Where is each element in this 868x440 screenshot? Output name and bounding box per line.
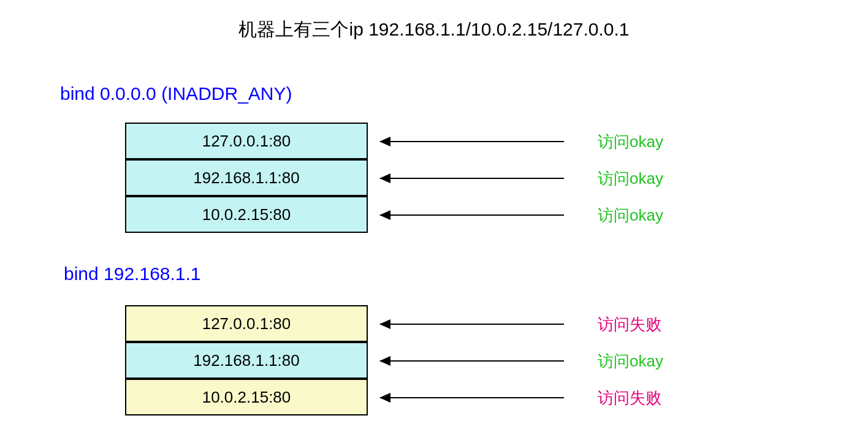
section2-row-0-addr: 127.0.0.1:80 [202, 314, 291, 333]
section1-row-2-box: 10.0.2.15:80 [125, 196, 368, 233]
section2-row-1-box: 192.168.1.1:80 [125, 342, 368, 379]
section1-row-1-addr: 192.168.1.1:80 [193, 169, 300, 188]
section1-row-0-box: 127.0.0.1:80 [125, 123, 368, 159]
arrow-icon [380, 214, 564, 216]
section2-row-2-status: 访问失败 [598, 387, 661, 409]
section1-row-0-addr: 127.0.0.1:80 [202, 132, 291, 151]
arrow-icon [380, 178, 564, 179]
arrow-icon [380, 141, 564, 142]
arrow-icon [380, 360, 564, 362]
arrow-icon [380, 324, 564, 325]
section2-row-1-status: 访问okay [598, 351, 663, 372]
section2-heading: bind 192.168.1.1 [64, 264, 201, 284]
section2-row-1-addr: 192.168.1.1:80 [193, 351, 300, 370]
section2-row-2-box: 10.0.2.15:80 [125, 379, 368, 415]
section2-row-2-addr: 10.0.2.15:80 [202, 388, 291, 407]
section2-row-0-box: 127.0.0.1:80 [125, 305, 368, 342]
page-title: 机器上有三个ip 192.168.1.1/10.0.2.15/127.0.0.1 [0, 17, 868, 42]
section2-row-0-status: 访问失败 [598, 314, 661, 335]
arrow-icon [380, 397, 564, 398]
section1-row-2-addr: 10.0.2.15:80 [202, 205, 291, 224]
section1-row-1-status: 访问okay [598, 168, 663, 189]
section1-row-1-box: 192.168.1.1:80 [125, 159, 368, 196]
section1-row-0-status: 访问okay [598, 131, 663, 153]
section1-row-2-status: 访问okay [598, 205, 663, 226]
section1-heading: bind 0.0.0.0 (INADDR_ANY) [60, 83, 292, 104]
